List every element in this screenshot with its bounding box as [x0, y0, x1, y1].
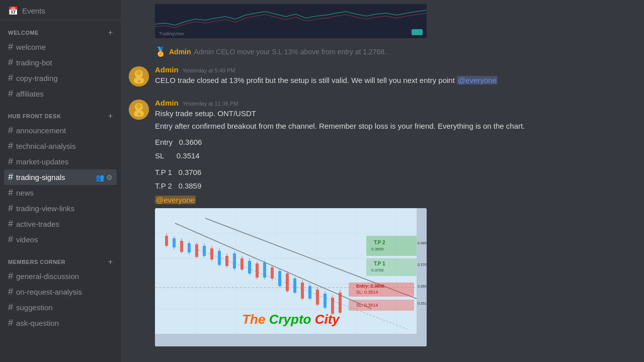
message-ont-usdt: ★ Admin Yesterday at 11:36 PM Risky trad…	[121, 93, 644, 352]
svg-text:0.3514: 0.3514	[418, 302, 427, 305]
entry-row: Entry 0.3606	[155, 135, 636, 149]
events-icon: 📅	[8, 6, 18, 16]
channel-name: news	[16, 189, 113, 197]
tp1-row: T.P 1 0.3706	[155, 165, 636, 179]
svg-text:★: ★	[137, 79, 141, 83]
channel-name: trading-view-links	[16, 204, 113, 213]
section-members-corner: MEMBERS CORNER + # general-discussion # …	[0, 249, 121, 333]
events-section[interactable]: 📅 Events	[0, 0, 121, 20]
svg-text:0.3606: 0.3606	[418, 285, 427, 288]
channel-name: announcement	[16, 126, 113, 135]
tp1-value: 0.3706	[178, 168, 201, 176]
channel-trading-signals[interactable]: # trading-signals 👥 ⚙	[4, 169, 117, 185]
hash-icon: #	[8, 172, 13, 183]
channel-name: suggestion	[16, 303, 113, 312]
spacer	[121, 88, 644, 93]
mini-chart-svg	[155, 4, 427, 38]
message-body: CELO trade closed at 13% profit but the …	[155, 75, 636, 85]
channel-videos[interactable]: # videos	[4, 232, 117, 247]
channel-trading-view-links[interactable]: # trading-view-links	[4, 201, 117, 216]
channel-affiliates[interactable]: # affiliates	[4, 86, 117, 102]
system-bot-icon: 🏅	[155, 46, 166, 57]
svg-rect-1	[412, 29, 423, 35]
channel-name: market-updates	[16, 157, 113, 166]
hash-icon: #	[8, 302, 13, 313]
svg-text:SL: 0.3514: SL: 0.3514	[356, 290, 378, 295]
entry-value: 0.3606	[179, 138, 202, 146]
chart-embed: T.P 2 0.3859 T.P 1 0.3706 Entry: 0.3606 …	[155, 208, 427, 346]
message-time-ont: Yesterday at 11:36 PM	[183, 101, 238, 107]
svg-text:The Crypto City: The Crypto City	[242, 312, 340, 327]
svg-text:0.3706: 0.3706	[371, 268, 384, 273]
channel-ask-question[interactable]: # ask-question	[4, 315, 117, 331]
channel-name: active-trades	[16, 220, 113, 228]
at-everyone-container: @everyone	[155, 196, 636, 204]
hash-icon: #	[8, 188, 13, 198]
avatar-admin: ★	[129, 66, 149, 86]
add-channel-hub[interactable]: +	[108, 112, 113, 121]
channel-trading-bot[interactable]: # trading-bot	[4, 55, 117, 70]
sl-row: SL 0.3514	[155, 149, 636, 162]
channel-welcome[interactable]: # welcome	[4, 39, 117, 55]
channel-name: general-discussion	[16, 272, 113, 281]
channel-name: trading-bot	[16, 58, 113, 67]
svg-text:T.P 2: T.P 2	[374, 240, 385, 245]
avatar-admin-2: ★	[129, 100, 149, 120]
top-chart-area: TradingView	[121, 0, 644, 38]
message-content: Admin Yesterday at 5:49 PM CELO trade cl…	[155, 65, 636, 86]
message-desc-ont: Entry after confirmed breakout from the …	[155, 121, 636, 131]
channel-news[interactable]: # news	[4, 185, 117, 201]
events-label: Events	[22, 7, 45, 15]
message-time: Yesterday at 5:49 PM	[183, 67, 235, 73]
add-channel-welcome[interactable]: +	[108, 28, 113, 37]
hash-icon: #	[8, 156, 13, 167]
system-text: Admin CELO move your S.L 13% above from …	[194, 48, 386, 56]
channel-action-icons: 👥 ⚙	[96, 173, 113, 182]
tp2-value: 0.3859	[178, 182, 201, 190]
hash-icon: #	[8, 287, 13, 297]
channel-name: trading-signals	[16, 173, 93, 182]
tp1-label: T.P 1	[155, 168, 176, 176]
sl-value: 0.3514	[177, 151, 200, 160]
add-channel-members[interactable]: +	[108, 257, 113, 266]
messages-container: TradingView 🏅 Admin Admin CELO move your…	[121, 0, 644, 362]
channel-general-discussion[interactable]: # general-discussion	[4, 268, 117, 284]
channel-name: on-request-analysis	[16, 288, 113, 296]
channel-market-updates[interactable]: # market-updates	[4, 154, 117, 169]
members-icon[interactable]: 👥	[96, 173, 104, 182]
channel-name: welcome	[16, 43, 113, 51]
settings-icon[interactable]: ⚙	[106, 173, 113, 182]
mention-everyone: @everyone	[457, 76, 498, 84]
channel-active-trades[interactable]: # active-trades	[4, 216, 117, 232]
section-welcome-header[interactable]: WELCOME +	[4, 28, 117, 37]
channel-technical-analysis[interactable]: # technical-analysis	[4, 138, 117, 154]
tp2-label: T.P 2	[155, 182, 176, 190]
hash-icon: #	[8, 203, 13, 214]
channel-name: copy-trading	[16, 74, 113, 82]
system-author: Admin	[169, 48, 191, 56]
section-welcome: WELCOME + # welcome # trading-bot # copy…	[0, 20, 121, 104]
hash-icon: #	[8, 57, 13, 68]
trade-description: Entry after confirmed breakout from the …	[155, 122, 525, 130]
svg-text:★: ★	[137, 112, 141, 117]
sl-label: SL	[155, 151, 175, 160]
svg-text:0.3859: 0.3859	[418, 241, 427, 245]
entry-label: Entry	[155, 138, 177, 146]
trade-title: Risky trade setup. ONT/USDT	[155, 109, 256, 118]
svg-point-9	[136, 104, 141, 109]
section-hub-header[interactable]: HUB FRONT DESK +	[4, 112, 117, 121]
channel-copy-trading[interactable]: # copy-trading	[4, 70, 117, 86]
section-hub-title: HUB FRONT DESK	[8, 113, 61, 119]
section-members-header[interactable]: MEMBERS CORNER +	[4, 257, 117, 266]
channel-name: ask-question	[16, 319, 113, 327]
channel-on-request-analysis[interactable]: # on-request-analysis	[4, 284, 117, 300]
at-everyone-mention: @everyone	[155, 196, 196, 204]
message-title-ont: Risky trade setup. ONT/USDT	[155, 108, 636, 119]
hash-icon: #	[8, 219, 13, 229]
message-header-ont: Admin Yesterday at 11:36 PM	[155, 99, 636, 107]
svg-text:0.3859: 0.3859	[371, 247, 384, 251]
svg-rect-75	[366, 236, 417, 256]
channel-announcement[interactable]: # announcement	[4, 123, 117, 138]
trade-chart-svg: T.P 2 0.3859 T.P 1 0.3706 Entry: 0.3606 …	[155, 208, 427, 346]
channel-suggestion[interactable]: # suggestion	[4, 300, 117, 315]
